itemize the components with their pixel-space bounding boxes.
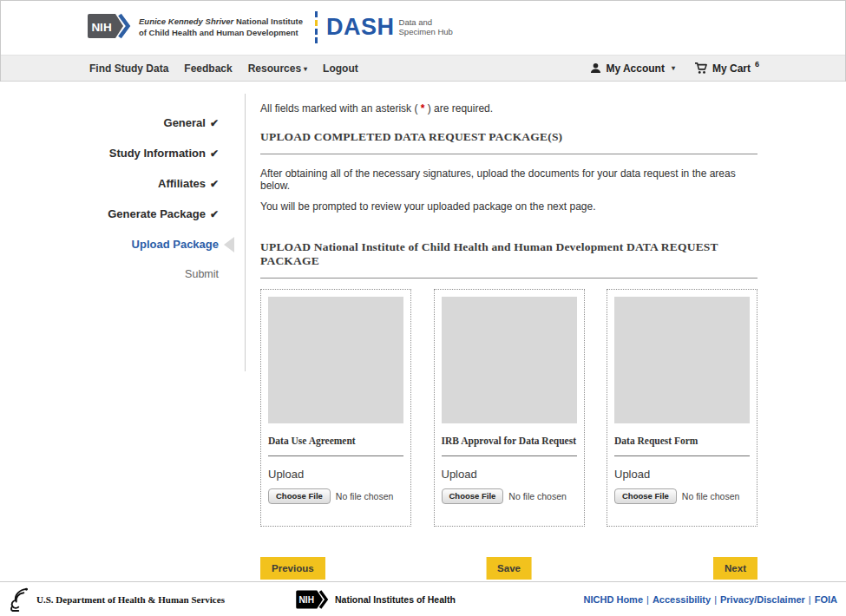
nav-links: Find Study Data Feedback Resources▾ Logo…	[89, 62, 358, 75]
sidebar-step-study-information[interactable]: Study Information✔	[0, 147, 246, 160]
hhs-department-label: U.S. Department of Health & Human Servic…	[36, 594, 225, 605]
svg-text:NIH: NIH	[299, 595, 314, 605]
site-header: NIH Eunice Kennedy Shriver National Inst…	[0, 0, 846, 55]
upload-card-data-use-agreement: Data Use Agreement Upload Choose File No…	[260, 289, 411, 527]
institute-name-line1: National Institute	[233, 16, 303, 26]
dash-upload-package-page: NIH Eunice Kennedy Shriver National Inst…	[0, 0, 846, 616]
nih-footer-logo-icon: NIH	[295, 589, 330, 610]
institute-name: Eunice Kennedy Shriver National Institut…	[139, 16, 303, 38]
file-status-text: No file chosen	[508, 491, 567, 501]
dash-logo: DASH Data and Specimen Hub	[326, 16, 453, 39]
document-preview-placeholder	[442, 297, 577, 423]
sidebar-step-submit: Submit	[0, 268, 246, 280]
cart-icon	[694, 62, 708, 75]
section-title-nichd-package: UPLOAD National Institute of Child Healt…	[260, 240, 757, 268]
institute-name-line2: of Child Health and Human Development	[139, 28, 303, 38]
nav-feedback[interactable]: Feedback	[184, 62, 232, 75]
nih-logo-icon: NIH	[87, 12, 132, 43]
main-navbar: Find Study Data Feedback Resources▾ Logo…	[0, 55, 846, 82]
dash-divider-icon	[315, 11, 318, 43]
form-actions: Previous Save Next	[260, 557, 757, 581]
upload-label: Upload	[442, 468, 577, 481]
section-divider	[260, 154, 757, 154]
next-button[interactable]: Next	[713, 557, 757, 580]
file-input-row: Choose File No file chosen	[614, 488, 750, 504]
footer-link-accessibility[interactable]: Accessibility	[653, 594, 711, 605]
section-divider	[260, 278, 757, 279]
footer-link-privacy-disclaimer[interactable]: Privacy/Disclaimer	[720, 594, 805, 605]
card-divider	[614, 455, 750, 456]
choose-file-button[interactable]: Choose File	[442, 488, 504, 504]
hhs-logo-group: U.S. Department of Health & Human Servic…	[9, 587, 225, 613]
card-divider	[442, 455, 577, 456]
sidebar-step-general[interactable]: General✔	[0, 116, 246, 129]
upload-label: Upload	[268, 468, 403, 481]
nih-footer-label: National Institutes of Health	[335, 594, 456, 605]
card-title: IRB Approval for Data Request	[442, 436, 577, 446]
sidebar-step-upload-package[interactable]: Upload Package	[0, 238, 246, 251]
file-input-row: Choose File No file chosen	[268, 488, 403, 504]
check-icon: ✔	[210, 208, 219, 220]
card-title: Data Request Form	[614, 436, 750, 446]
nih-footer-group: NIH National Institutes of Health	[295, 589, 456, 610]
content-area: General✔ Study Information✔ Affiliates✔ …	[0, 82, 846, 581]
instructions-paragraph-2: You will be prompted to review your uplo…	[260, 200, 757, 213]
save-button[interactable]: Save	[486, 557, 532, 580]
document-preview-placeholder	[614, 297, 750, 423]
check-icon: ✔	[210, 117, 219, 129]
required-fields-note: All fields marked with an asterisk ( * )…	[260, 102, 757, 115]
institute-name-italic: Eunice Kennedy Shriver	[139, 16, 233, 26]
footer-link-nichd-home[interactable]: NICHD Home	[584, 594, 643, 605]
my-account-menu[interactable]: My Account ▾	[590, 62, 675, 75]
dash-acronym: DASH	[326, 16, 395, 39]
current-step-marker-icon	[224, 237, 234, 252]
chevron-down-icon: ▾	[304, 65, 307, 73]
upload-cards-row: Data Use Agreement Upload Choose File No…	[260, 289, 757, 527]
upload-package-form: All fields marked with an asterisk ( * )…	[260, 82, 757, 581]
sidebar-step-generate-package[interactable]: Generate Package✔	[0, 207, 246, 220]
file-status-text: No file chosen	[682, 491, 740, 501]
nav-logout[interactable]: Logout	[323, 62, 358, 75]
choose-file-button[interactable]: Choose File	[614, 488, 677, 504]
upload-card-irb-approval: IRB Approval for Data Request Upload Cho…	[434, 289, 585, 527]
check-icon: ✔	[210, 178, 219, 190]
my-cart-link[interactable]: My Cart 6	[694, 62, 759, 75]
nav-account-area: My Account ▾ My Cart 6	[590, 62, 759, 75]
svg-text:NIH: NIH	[91, 20, 111, 33]
step-sidebar: General✔ Study Information✔ Affiliates✔ …	[0, 82, 246, 581]
footer-links: NICHD Home|Accessibility|Privacy/Disclai…	[584, 594, 837, 605]
nav-resources[interactable]: Resources▾	[248, 62, 307, 75]
choose-file-button[interactable]: Choose File	[268, 488, 331, 504]
card-divider	[268, 455, 403, 456]
check-icon: ✔	[210, 147, 219, 160]
chevron-down-icon: ▾	[672, 64, 675, 72]
hhs-eagle-icon	[9, 587, 31, 613]
sidebar-step-affiliates[interactable]: Affiliates✔	[0, 177, 246, 190]
document-preview-placeholder	[268, 297, 403, 423]
footer-link-foia[interactable]: FOIA	[815, 594, 837, 605]
file-input-row: Choose File No file chosen	[442, 488, 577, 504]
user-icon	[590, 62, 601, 74]
card-title: Data Use Agreement	[268, 436, 403, 446]
dash-subtitle: Data and Specimen Hub	[399, 18, 453, 36]
section-title-upload-completed: UPLOAD COMPLETED DATA REQUEST PACKAGE(S)	[260, 130, 757, 144]
nav-find-study-data[interactable]: Find Study Data	[89, 62, 168, 75]
upload-label: Upload	[614, 468, 750, 481]
sidebar-divider	[245, 94, 246, 371]
previous-button[interactable]: Previous	[260, 557, 325, 580]
upload-card-data-request-form: Data Request Form Upload Choose File No …	[607, 289, 757, 527]
instructions-paragraph-1: After obtaining all of the necessary sig…	[260, 167, 757, 192]
file-status-text: No file chosen	[336, 491, 394, 501]
site-footer: U.S. Department of Health & Human Servic…	[0, 581, 846, 616]
cart-count-badge: 6	[755, 60, 759, 69]
